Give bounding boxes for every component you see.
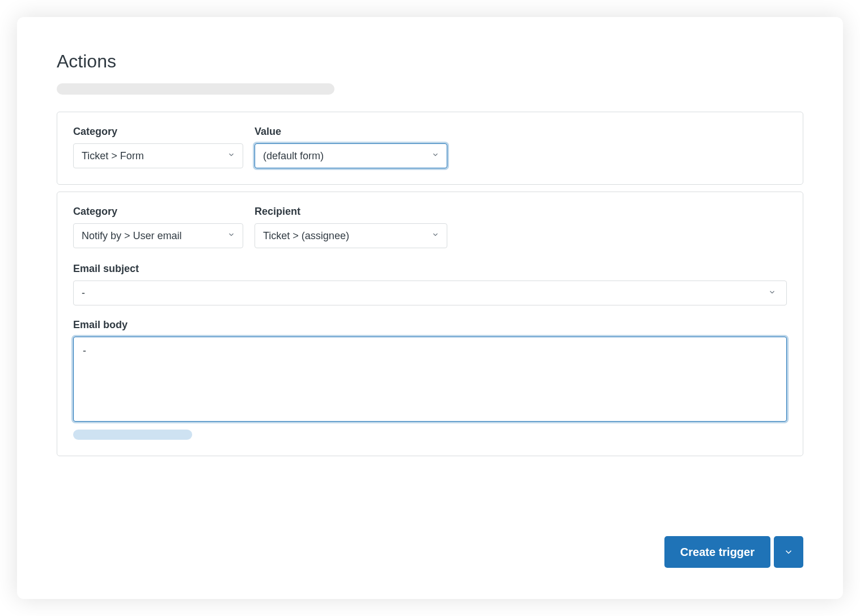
description-placeholder [57, 83, 334, 95]
category-select-value: Ticket > Form [82, 150, 144, 162]
action-card-2: Category Notify by > User email Recipien… [57, 192, 803, 456]
actions-panel: Actions Category Ticket > Form Value [17, 17, 843, 599]
email-subject-value: - [82, 287, 85, 299]
chevron-down-icon [783, 547, 794, 557]
footer-actions: Create trigger [664, 536, 803, 568]
category-label: Category [73, 126, 243, 138]
email-subject-select[interactable]: - [73, 281, 787, 305]
category-select-ticket-form[interactable]: Ticket > Form [73, 143, 243, 168]
chevron-down-icon [768, 287, 776, 299]
recipient-select-value: Ticket > (assignee) [263, 230, 349, 242]
email-subject-label: Email subject [73, 263, 787, 275]
email-body-label: Email body [73, 319, 787, 331]
recipient-label: Recipient [255, 206, 447, 218]
recipient-select-assignee[interactable]: Ticket > (assignee) [255, 223, 447, 248]
action-card-1: Category Ticket > Form Value (default fo… [57, 112, 803, 185]
category-label: Category [73, 206, 243, 218]
value-select-value: (default form) [263, 150, 324, 162]
value-label: Value [255, 126, 447, 138]
email-body-textarea[interactable] [73, 337, 787, 422]
create-trigger-dropdown-button[interactable] [774, 536, 803, 568]
category-select-value: Notify by > User email [82, 230, 182, 242]
helper-placeholder [73, 430, 192, 440]
section-title: Actions [57, 51, 803, 72]
category-select-notify-user-email[interactable]: Notify by > User email [73, 223, 243, 248]
create-trigger-button[interactable]: Create trigger [664, 536, 770, 568]
value-select-default-form[interactable]: (default form) [255, 143, 447, 168]
